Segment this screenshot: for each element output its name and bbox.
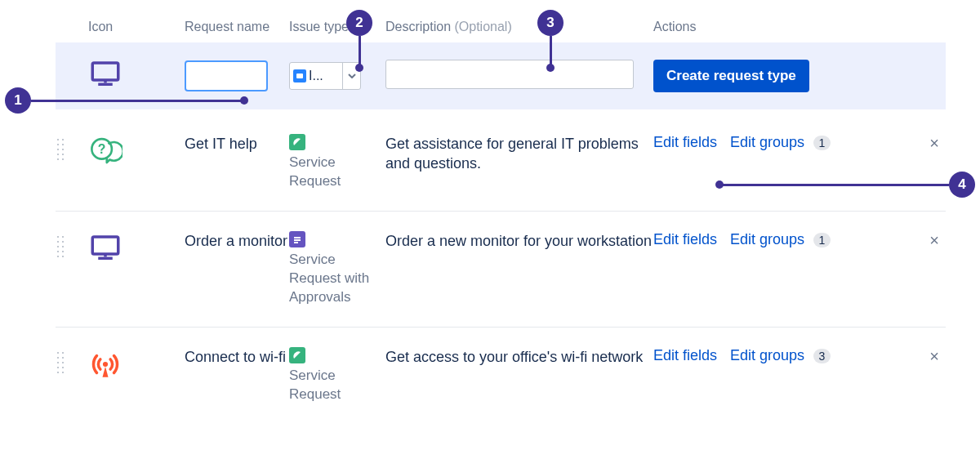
table-row: Connect to wi-fi Service Request Get acc… [56, 328, 946, 424]
header-actions: Actions [653, 20, 946, 34]
svg-rect-2 [104, 80, 107, 83]
wifi-antenna-icon [88, 347, 122, 381]
drag-handle[interactable] [56, 350, 65, 375]
svg-rect-1 [98, 83, 113, 87]
create-request-type-button[interactable]: Create request type [653, 60, 809, 92]
svg-rect-9 [104, 254, 107, 257]
svg-rect-7 [92, 237, 118, 254]
service-request-glyph-icon [289, 347, 305, 363]
groups-count-badge: 1 [813, 233, 831, 247]
svg-rect-8 [98, 256, 113, 260]
issue-type-select-label: I... [309, 69, 323, 83]
issue-type-label: Service Request with Approvals [289, 251, 385, 307]
callout-connector-dot [546, 64, 555, 72]
drag-handle[interactable] [56, 137, 65, 162]
callout-badge-3: 3 [537, 10, 564, 36]
callout-connector [550, 36, 552, 65]
edit-fields-link[interactable]: Edit fields [653, 231, 717, 248]
delete-row-button[interactable]: × [923, 347, 946, 366]
issue-type-label: Service Request [289, 154, 385, 191]
callout-connector-dot [355, 64, 363, 72]
table-row: Order a monitor Service Request with App… [56, 212, 946, 328]
description-input[interactable] [385, 60, 634, 89]
svg-rect-0 [92, 63, 118, 80]
delete-row-button[interactable]: × [923, 231, 946, 250]
header-description: Description (Optional) [385, 20, 653, 34]
issue-type-label: Service Request [289, 367, 385, 404]
table-row: ? Get IT help Service Request Get assist… [56, 114, 946, 212]
header-name: Request name [185, 20, 289, 34]
groups-count-badge: 3 [813, 349, 831, 363]
help-chat-icon: ? [88, 134, 122, 168]
svg-text:?: ? [98, 142, 106, 156]
edit-fields-link[interactable]: Edit fields [653, 347, 717, 364]
svg-rect-11 [294, 239, 301, 241]
svg-rect-10 [294, 237, 301, 238]
request-name-input[interactable] [185, 60, 268, 91]
request-description: Order a new monitor for your workstation [385, 231, 653, 251]
svg-rect-12 [294, 242, 298, 243]
edit-groups-link[interactable]: Edit groups [730, 134, 804, 150]
monitor-icon[interactable] [88, 57, 122, 91]
drag-handle[interactable] [56, 234, 65, 259]
groups-count-badge: 1 [813, 136, 831, 150]
delete-row-button[interactable]: × [923, 134, 946, 153]
request-name: Connect to wi-fi [185, 347, 289, 367]
table-header: Icon Request name Issue type Description… [56, 20, 946, 42]
issue-type-glyph-icon [293, 69, 306, 82]
callout-connector [31, 100, 242, 102]
service-request-approvals-glyph-icon [289, 231, 305, 247]
edit-groups-link[interactable]: Edit groups [730, 231, 804, 247]
request-description: Get access to your office's wi-fi networ… [385, 347, 653, 367]
callout-connector [359, 36, 361, 65]
monitor-icon [88, 231, 122, 265]
request-description: Get assistance for general IT problems a… [385, 134, 653, 174]
request-types-table: Icon Request name Issue type Description… [56, 20, 946, 424]
svg-rect-4 [296, 74, 303, 78]
callout-connector-dot [240, 96, 248, 105]
callout-badge-1: 1 [5, 87, 31, 114]
header-icon: Icon [88, 20, 185, 34]
callout-connector-dot [715, 181, 724, 189]
request-name: Get IT help [185, 134, 289, 154]
request-name: Order a monitor [185, 231, 289, 251]
edit-fields-link[interactable]: Edit fields [653, 134, 717, 151]
callout-badge-2: 2 [346, 10, 372, 36]
callout-badge-4: 4 [949, 172, 975, 198]
issue-type-select[interactable]: I... [289, 62, 361, 90]
service-request-glyph-icon [289, 134, 305, 150]
svg-point-13 [103, 362, 108, 367]
edit-groups-link[interactable]: Edit groups [730, 347, 804, 363]
callout-connector [720, 184, 949, 186]
